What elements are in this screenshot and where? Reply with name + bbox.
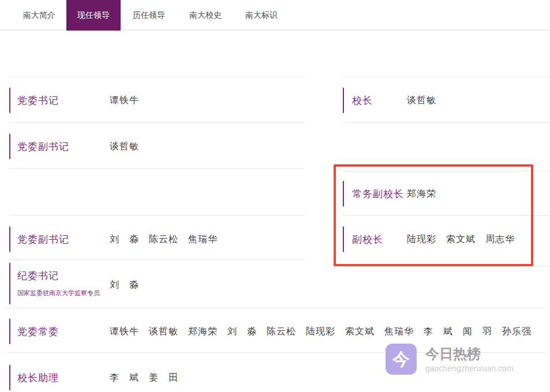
divider [9,77,305,77]
row-names: 谈哲敏 [110,141,139,153]
row-names: 刘 淼 陈云松 焦瑞华 [110,233,218,246]
red-highlight-box [334,164,533,266]
row-names: 谭铁牛 [110,95,139,107]
row-accent-bar [9,134,10,159]
divider [9,259,305,260]
row-names: 刘 淼 [110,279,139,291]
watermark-title: 今日热榜 [425,345,481,363]
divider [342,77,550,77]
row-title: 党委副书记 [17,233,69,246]
row-accent-bar [9,227,10,252]
divider [342,122,550,123]
row-subtitle: 国家监委驻南京大学监察专员 [17,289,100,297]
row-names: 谈哲敏 [407,95,436,107]
tab-nju-identity[interactable]: 南大标识 [245,0,278,31]
divider [9,168,305,169]
divider [9,122,305,123]
tab-bar: 南大简介 现任领导 历任领导 南大校史 南大标识 [0,0,550,31]
divider [9,215,305,216]
tab-current-leaders[interactable]: 现任领导 [66,0,121,31]
row-accent-bar [9,319,10,344]
row-accent-bar [343,88,344,113]
row-accent-bar [9,365,10,390]
row-title: 纪委书记 [17,269,59,282]
row-title: 党委常委 [17,325,59,338]
row-accent-bar [9,88,10,113]
watermark-domain: gaochengzhenxuan.com [425,364,514,373]
tab-nju-intro[interactable]: 南大简介 [23,0,55,31]
row-names: 谭铁牛 谈哲敏 郑海荣 刘 淼 陈云松 陆现彩 索文斌 焦瑞华 李 斌 闻 羽 … [110,326,532,338]
row-title: 校长 [352,94,373,107]
row-names: 李 斌 姜 田 [110,372,178,384]
row-title: 校长助理 [17,371,59,385]
tab-nju-history[interactable]: 南大校史 [189,0,222,31]
row-accent-bar [9,263,10,304]
row-title: 党委副书记 [17,140,69,153]
divider [6,308,545,308]
page: 南大简介 现任领导 历任领导 南大校史 南大标识 党委书记 谭铁牛 党委副书记 … [0,0,550,392]
row-title: 党委书记 [17,94,59,107]
watermark-logo-icon: 今 [386,344,417,375]
tab-past-leaders[interactable]: 历任领导 [133,0,165,31]
